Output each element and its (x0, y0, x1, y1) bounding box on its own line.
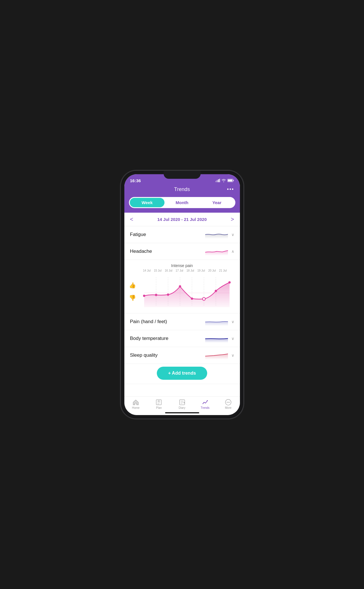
page-title: Trends (174, 186, 190, 192)
app-header: Trends ••• (124, 184, 240, 197)
svg-rect-6 (228, 180, 232, 182)
pain-mini-chart (205, 317, 228, 326)
home-indicator-bar (165, 412, 199, 413)
thumbs-up-icon: 👍 (129, 282, 136, 289)
headache-expanded-chart: Intense pain 14 Jul 15 Jul 16 Jul 17 Jul… (124, 260, 240, 313)
nav-item-more[interactable]: More (217, 399, 240, 409)
nav-label-plan: Plan (156, 406, 162, 409)
nav-item-diary[interactable]: Diary (170, 399, 194, 409)
fatigue-label: Fatigue (130, 232, 146, 237)
nav-item-plan[interactable]: Plan (147, 399, 170, 409)
svg-point-34 (229, 402, 230, 403)
sleep-quality-trend-row[interactable]: Sleep quality ∨ (124, 347, 240, 364)
svg-rect-1 (217, 180, 217, 182)
body-temperature-trend-row[interactable]: Body temperature ∨ (124, 330, 240, 347)
sleep-quality-row-right: ∨ (205, 351, 234, 360)
svg-point-33 (228, 402, 229, 403)
svg-point-15 (155, 294, 157, 296)
headache-line-chart (138, 274, 235, 309)
date-label-7: 21 Jul (219, 269, 227, 272)
date-label-3: 17 Jul (176, 269, 183, 272)
svg-rect-0 (215, 181, 216, 182)
date-navigation: < 14 Jul 2020 - 21 Jul 2020 > (124, 213, 240, 226)
svg-point-32 (227, 402, 227, 403)
date-range-label: 14 Jul 2020 - 21 Jul 2020 (157, 217, 207, 222)
svg-point-19 (202, 297, 205, 300)
fatigue-trend-row[interactable]: Fatigue ∨ (124, 226, 240, 243)
home-icon (132, 399, 139, 406)
add-trends-button[interactable]: + Add trends (157, 367, 207, 380)
body-temperature-label: Body temperature (130, 336, 168, 341)
svg-rect-5 (233, 180, 234, 181)
svg-point-18 (191, 297, 193, 300)
pain-chevron: ∨ (231, 319, 234, 324)
tab-month[interactable]: Month (164, 198, 200, 207)
fatigue-row-right: ∨ (205, 230, 234, 239)
date-label-2: 16 Jul (165, 269, 172, 272)
signal-icon (215, 179, 220, 182)
add-trends-wrapper: + Add trends (124, 364, 240, 384)
nav-label-trends: Trends (201, 406, 209, 409)
body-temperature-mini-chart (205, 334, 228, 343)
date-label-4: 18 Jul (186, 269, 194, 272)
trends-content: Fatigue ∨ (124, 226, 240, 396)
chart-date-labels: 14 Jul 15 Jul 16 Jul 17 Jul 18 Jul 19 Ju… (129, 269, 235, 272)
fatigue-chevron: ∨ (231, 232, 234, 237)
svg-point-14 (143, 295, 145, 297)
fatigue-mini-chart (205, 230, 228, 239)
date-label-0: 14 Jul (143, 269, 151, 272)
diary-icon (179, 399, 186, 406)
more-options-button[interactable]: ••• (227, 186, 234, 192)
tab-year[interactable]: Year (200, 198, 235, 207)
thumbs-down-icon: 👎 (129, 294, 136, 301)
svg-point-20 (215, 290, 217, 292)
pain-row-right: ∨ (205, 317, 234, 326)
nav-label-home: Home (132, 406, 140, 409)
home-indicator (124, 411, 240, 415)
chart-icons: 👍 👎 (129, 282, 136, 301)
date-label-5: 19 Jul (197, 269, 205, 272)
svg-point-17 (179, 285, 181, 288)
next-date-button[interactable]: > (231, 216, 234, 223)
bottom-nav: Home Plan (124, 396, 240, 411)
chart-area: 👍 👎 (129, 274, 235, 309)
tab-week[interactable]: Week (130, 198, 165, 207)
svg-point-16 (167, 294, 169, 296)
sleep-quality-chevron: ∨ (231, 353, 234, 358)
body-temperature-chevron: ∨ (231, 336, 234, 341)
headache-chevron: ∧ (231, 249, 234, 254)
nav-item-trends[interactable]: Trends (194, 399, 217, 409)
svg-rect-2 (218, 179, 219, 182)
wifi-icon (221, 179, 226, 182)
date-label-1: 15 Jul (154, 269, 162, 272)
svg-rect-3 (219, 179, 220, 182)
headache-trend-row[interactable]: Headache ∧ (124, 243, 240, 260)
chart-title: Intense pain (129, 263, 235, 268)
sleep-quality-label: Sleep quality (130, 352, 158, 358)
headache-mini-chart (205, 247, 228, 256)
headache-row-right: ∧ (205, 247, 234, 256)
sleep-quality-mini-chart (205, 351, 228, 360)
nav-label-diary: Diary (179, 406, 185, 409)
svg-point-21 (228, 281, 231, 284)
plan-icon (155, 399, 162, 406)
pain-label: Pain (hand / feet) (130, 319, 167, 325)
status-time: 16:36 (130, 178, 141, 183)
date-label-6: 20 Jul (208, 269, 216, 272)
trends-icon (202, 399, 209, 406)
pain-trend-row[interactable]: Pain (hand / feet) ∨ (124, 313, 240, 330)
body-temperature-row-right: ∨ (205, 334, 234, 343)
nav-label-more: More (225, 406, 232, 409)
prev-date-button[interactable]: < (130, 216, 133, 223)
headache-label: Headache (130, 249, 152, 254)
tab-bar: Week Month Year (124, 197, 240, 213)
more-icon (225, 399, 232, 406)
nav-item-home[interactable]: Home (124, 399, 147, 409)
status-icons (215, 179, 234, 182)
period-selector: Week Month Year (129, 197, 235, 208)
battery-icon (227, 179, 234, 182)
